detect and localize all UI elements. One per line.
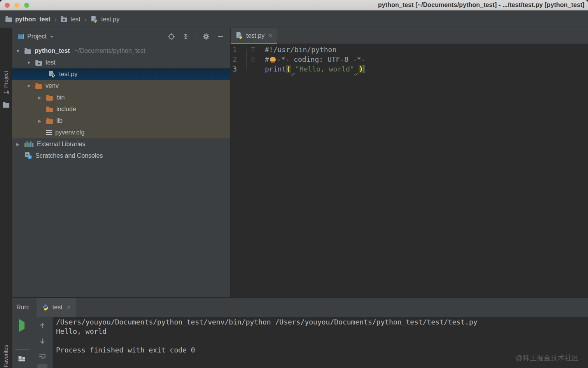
pycharm-window: python_test [~/Documents/python_test] - …	[0, 0, 588, 368]
python-file-icon	[236, 32, 243, 39]
run-panel-label: Run:	[12, 298, 37, 317]
scratches-icon: »	[24, 152, 32, 159]
console-exit-line: Process finished with exit code 0	[56, 345, 588, 355]
run-panel-body: /Users/youyou/Documents/python_test/venv…	[12, 317, 588, 368]
tree-item-label: pyvenv.cfg	[55, 129, 84, 136]
run-tab-test[interactable]: test ×	[37, 298, 76, 317]
code-line-2: 2 #-*- coding: UTF-8 -*-	[231, 54, 588, 64]
restore-layout-button[interactable]	[18, 356, 26, 364]
text-file-icon	[46, 130, 52, 135]
code-line-1: 1 #!/usr/bin/python	[231, 45, 588, 54]
tree-item-label: lib	[56, 117, 63, 124]
chevron-down-icon[interactable]	[50, 36, 53, 38]
console-command-line: /Users/youyou/Documents/python_test/venv…	[56, 317, 588, 327]
breadcrumb-label: python_test	[15, 16, 51, 23]
editor-area: test.py × 1 #!/usr/bin/python 2 #-*- cod…	[230, 28, 588, 297]
fold-marker-icon[interactable]	[251, 57, 255, 61]
tree-row-venv[interactable]: ▼ venv	[12, 80, 230, 92]
expanded-arrow-icon[interactable]: ▼	[26, 84, 32, 88]
breadcrumb-label: test	[70, 16, 80, 23]
text-caret	[364, 65, 364, 73]
close-icon[interactable]: ×	[67, 303, 71, 311]
close-icon[interactable]: ×	[268, 32, 272, 40]
partial-button[interactable]	[37, 364, 47, 368]
run-toolbar-left	[12, 317, 32, 368]
breadcrumb-item-file[interactable]: test.py	[91, 16, 119, 23]
collapsed-arrow-icon[interactable]: ▶	[37, 119, 43, 124]
console-blank-line	[56, 336, 588, 345]
python-icon	[42, 304, 49, 311]
left-tool-stripe: 1: Project 2: Favorites ★	[0, 28, 12, 368]
collapsed-arrow-icon[interactable]: ▶	[37, 95, 43, 100]
line-number: 2	[231, 54, 237, 64]
line-number: 1	[231, 45, 237, 54]
rerun-button[interactable]	[19, 322, 24, 329]
run-console[interactable]: /Users/youyou/Documents/python_test/venv…	[53, 317, 588, 368]
expanded-arrow-icon[interactable]: ▼	[15, 49, 21, 53]
up-arrow-button[interactable]	[39, 322, 46, 331]
line-number: 3	[231, 64, 237, 74]
settings-gear-icon[interactable]	[201, 31, 212, 42]
console-output-line: Hello, world	[56, 327, 588, 336]
tool-button-favorites[interactable]: 2: Favorites	[3, 345, 9, 368]
code-text: #-*- coding: UTF-8 -*-	[261, 54, 365, 64]
minimize-window-button[interactable]	[14, 3, 19, 8]
breadcrumb-item-test[interactable]: test	[61, 16, 80, 23]
project-tool-window: Project ▼ python_test ~/Documents/python…	[12, 28, 230, 297]
tree-row-test[interactable]: ▼ test	[12, 57, 230, 68]
collapse-all-button[interactable]	[180, 31, 191, 42]
project-view-icon	[18, 34, 24, 39]
tree-item-label: bin	[56, 94, 65, 101]
toolbar-divider	[15, 349, 29, 350]
tree-row-external-libraries[interactable]: ▶ External Libraries	[12, 138, 230, 150]
chevron-right-icon: ›	[84, 15, 88, 24]
window-title: python_test [~/Documents/python_test] - …	[378, 0, 584, 10]
zoom-window-button[interactable]	[24, 3, 29, 8]
python-file-icon	[48, 71, 56, 78]
tree-row-test-py-selected[interactable]: test.py	[12, 68, 230, 80]
project-tool-folder-icon[interactable]	[3, 103, 9, 108]
tab-label: test.py	[246, 32, 264, 39]
hide-panel-button[interactable]	[215, 31, 226, 42]
tree-row-lib[interactable]: ▶ lib	[12, 115, 230, 127]
code-editor[interactable]: 1 #!/usr/bin/python 2 #-*- coding: UTF-8…	[231, 44, 588, 74]
expanded-arrow-icon[interactable]: ▼	[26, 60, 32, 65]
close-window-button[interactable]	[5, 3, 10, 8]
tool-button-label: : Favorites	[3, 345, 9, 368]
excluded-folder-icon	[46, 119, 53, 124]
run-tab-bar: Run: test ×	[12, 298, 588, 317]
run-play-icon	[19, 319, 24, 332]
tree-row-scratches[interactable]: » Scratches and Consoles	[12, 150, 230, 162]
project-panel-header: Project	[12, 28, 230, 45]
tool-button-label: : Project	[3, 71, 9, 91]
intention-bulb-icon[interactable]	[270, 57, 276, 63]
down-arrow-button[interactable]	[39, 338, 46, 346]
tool-button-project[interactable]: 1: Project	[3, 71, 9, 94]
tree-row-include[interactable]: include	[12, 103, 230, 115]
project-panel-title[interactable]: Project	[27, 33, 47, 40]
mnemonic: 1	[3, 91, 9, 94]
collapsed-arrow-icon[interactable]: ▶	[15, 142, 21, 147]
typo-squiggle	[291, 64, 295, 74]
typo-squiggle	[354, 64, 359, 74]
libraries-icon	[24, 141, 33, 147]
titlebar: python_test [~/Documents/python_test] - …	[0, 0, 588, 10]
excluded-folder-icon	[35, 84, 42, 89]
tree-row-pyvenv-cfg[interactable]: pyvenv.cfg	[12, 127, 230, 138]
tree-row-python-test[interactable]: ▼ python_test ~/Documents/python_test	[12, 45, 230, 57]
fold-marker-icon[interactable]	[251, 47, 255, 52]
tree-row-bin[interactable]: ▶ bin	[12, 92, 230, 103]
tree-item-label: test	[46, 59, 56, 66]
select-opened-file-button[interactable]	[166, 31, 177, 42]
code-text: print( "Hello, world" )	[261, 64, 364, 74]
tree-item-label: test.py	[59, 71, 77, 78]
excluded-folder-icon	[46, 108, 53, 112]
code-line-3: 3 print( "Hello, world" )	[231, 64, 588, 74]
editor-tab-test-py[interactable]: test.py ×	[231, 28, 277, 44]
folder-with-dot-icon	[35, 61, 42, 66]
folder-icon	[5, 17, 12, 22]
folder-icon	[24, 49, 31, 54]
soft-wrap-button[interactable]	[38, 352, 46, 362]
breadcrumb-item-project[interactable]: python_test	[5, 16, 51, 23]
python-file-icon	[91, 16, 98, 23]
